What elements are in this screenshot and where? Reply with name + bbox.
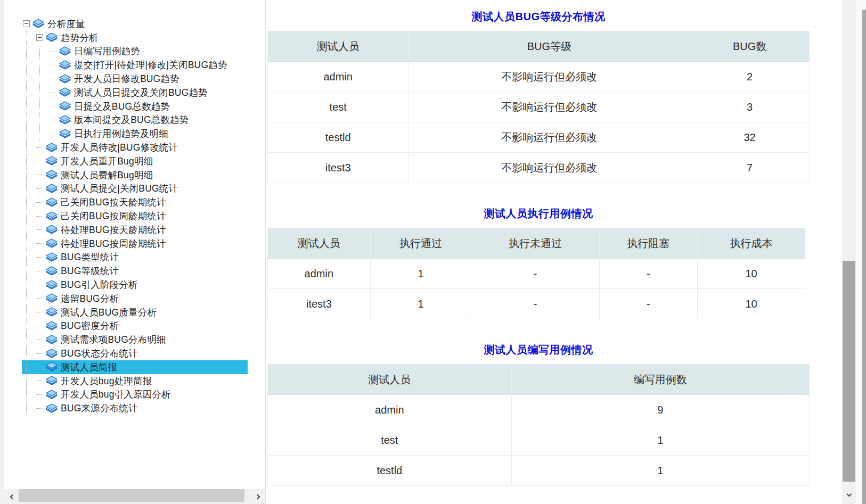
tree-indent [23, 31, 43, 45]
layers-stack-icon [45, 155, 58, 167]
tree-item[interactable]: 待处理BUG按周龄期统计 [23, 237, 265, 251]
tree-item[interactable]: 测试人员提交|关闭BUG统计 [23, 182, 265, 196]
tree-indent [23, 100, 56, 113]
tree-item[interactable]: 开发人员日修改BUG趋势 [23, 72, 265, 86]
scroll-down-button[interactable] [842, 487, 856, 503]
tree-guide-line [23, 182, 36, 196]
table-cell: - [471, 259, 599, 289]
tree-item-label: BUG引入阶段分析 [60, 278, 138, 291]
tree-guide-line [23, 223, 36, 237]
table-cell: admin [268, 62, 409, 92]
table-header-row: 测试人员执行通过执行未通过执行阻塞执行成本 [268, 228, 805, 259]
tree-guide-line [23, 401, 36, 415]
table-cell: 不影响运行但必须改 [409, 122, 690, 153]
table-row: admin9 [268, 395, 810, 425]
table-cell: 1 [511, 425, 809, 456]
tree-item-label: 测试人员简报 [60, 361, 117, 374]
tree-guide-line [23, 100, 36, 113]
table-cell: 1 [370, 259, 471, 289]
tree-item[interactable]: 分析度量 [23, 17, 265, 31]
window-scrollbar-thumb[interactable] [862, 10, 866, 504]
tree-item[interactable]: BUG状态分布统计 [23, 346, 265, 360]
table-cell: admin [268, 395, 512, 425]
tree-indent [23, 278, 43, 292]
collapse-toggle[interactable] [23, 20, 30, 27]
scroll-left-button[interactable] [4, 489, 19, 504]
table-cell: 1 [370, 289, 471, 319]
tree-item[interactable]: BUG来源分布统计 [23, 401, 265, 415]
layers-stack-icon [45, 307, 58, 318]
tree-item[interactable]: 测试人员BUG质量分析 [23, 305, 265, 319]
tree-indent [23, 154, 43, 168]
tree-item[interactable]: 版本间提交及BUG总数趋势 [23, 113, 265, 127]
tree-item[interactable]: 测试人员简报 [23, 360, 265, 374]
sidebar-horizontal-scrollbar[interactable] [4, 489, 265, 504]
table-row: test不影响运行但必须改3 [268, 92, 810, 122]
tree-guide-line [36, 58, 50, 72]
tree-connector [36, 271, 43, 271]
tree-item[interactable]: 提交|打开|待处理|修改|关闭BUG趋势 [23, 58, 265, 72]
table-cell: 不影响运行但必须改 [409, 153, 690, 183]
layers-stack-icon [45, 238, 58, 249]
table-cell: 不影响运行但必须改 [409, 92, 690, 122]
content-vertical-scrollbar[interactable] [842, 0, 856, 504]
tree-item[interactable]: BUG引入阶段分析 [23, 278, 265, 292]
tree-item[interactable]: 日编写用例趋势 [23, 45, 265, 59]
window-scrollbar[interactable] [856, 0, 866, 504]
tree-connector [36, 326, 43, 326]
tree-guide-line [23, 31, 36, 45]
tree-guide-line [23, 292, 36, 305]
tree-item[interactable]: 日执行用例趋势及明细 [23, 127, 265, 141]
tree-indent [23, 264, 43, 278]
tree-item[interactable]: 遗留BUG分析 [23, 292, 265, 305]
vertical-scrollbar-thumb[interactable] [843, 261, 855, 482]
layers-stack-icon [45, 279, 58, 291]
tree-item-label: BUG来源分布统计 [60, 402, 138, 415]
tree-item-label: 开发人员bug处理简报 [60, 375, 152, 387]
tree-item[interactable]: 日提交及BUG总数趋势 [23, 100, 265, 113]
tree-indent [23, 401, 43, 415]
tree-item-label: 测试人员日提交及关闭BUG趋势 [73, 86, 208, 99]
tree-item[interactable]: 己关闭BUG按周龄期统计 [23, 209, 265, 223]
layers-stack-icon [59, 128, 71, 139]
chevron-down-icon [846, 492, 852, 497]
tree-guide-line [23, 264, 36, 278]
tree-indent [23, 388, 43, 402]
tree-item-label: BUG等级统计 [60, 265, 119, 277]
section-title: 测试人员编写用例情况 [267, 343, 810, 357]
minus-icon [24, 23, 28, 24]
tree-guide-line [23, 141, 36, 154]
layers-stack-icon [59, 114, 71, 126]
tree-item[interactable]: BUG密度分析 [23, 319, 265, 333]
tree-item-label: 日编写用例趋势 [73, 45, 140, 57]
tree-connector [50, 79, 56, 79]
collapse-toggle[interactable] [36, 34, 43, 41]
tree-item-label: 日执行用例趋势及明细 [73, 127, 168, 140]
tree-item[interactable]: BUG类型统计 [23, 251, 265, 265]
tree-item-label: 开发人员日修改BUG趋势 [73, 72, 179, 85]
column-header: 编写用例数 [511, 365, 809, 395]
column-header: 执行未通过 [471, 228, 599, 259]
tree-item[interactable]: 测试需求项BUG分布明细 [23, 333, 265, 346]
tree-item[interactable]: 趋势分析 [23, 31, 265, 45]
tree-item[interactable]: 开发人员待改|BUG修改统计 [23, 141, 265, 154]
table-cell: testld [268, 456, 512, 486]
tree-indent [23, 319, 43, 333]
column-header: 测试人员 [268, 228, 371, 259]
tree-item[interactable]: 开发人员bug处理简报 [23, 374, 265, 388]
tree-item[interactable]: 测试人员日提交及关闭BUG趋势 [23, 86, 265, 100]
tree-item[interactable]: 待处理BUG按天龄期统计 [23, 223, 265, 237]
layers-stack-icon [45, 197, 58, 208]
metrics-tree: 分析度量 趋势分析 日编写用例趋势 提交|打开|待处理|修改|关闭BUG趋势 [4, 0, 265, 415]
tree-item[interactable]: 己关闭BUG按天龄期统计 [23, 195, 265, 209]
scroll-right-button[interactable] [251, 489, 265, 504]
horizontal-scrollbar-thumb[interactable] [19, 489, 244, 502]
tree-item[interactable]: 开发人员重开Bug明细 [23, 154, 265, 168]
tree-item[interactable]: 开发人员bug引入原因分析 [23, 388, 265, 402]
tree-indent [23, 209, 43, 223]
layers-stack-icon [45, 142, 58, 153]
tree-item[interactable]: BUG等级统计 [23, 264, 265, 278]
tree-indent [23, 305, 43, 319]
tree-connector [36, 381, 43, 381]
tree-item[interactable]: 测试人员费解Bug明细 [23, 168, 265, 182]
